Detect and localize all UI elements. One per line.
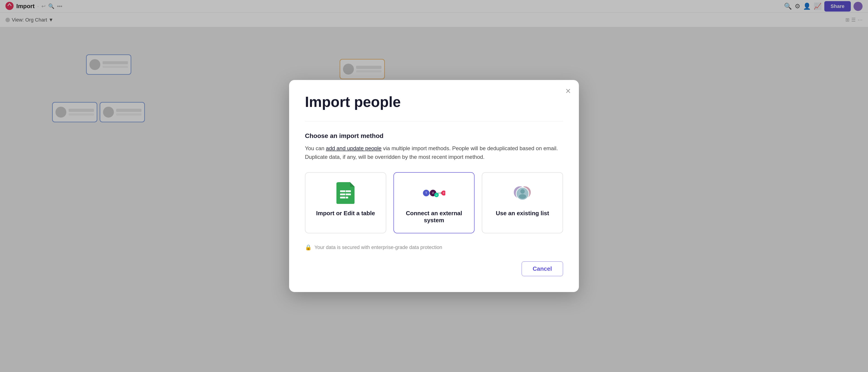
svg-text:#: # [432,191,434,195]
security-note: 🔒 Your data is secured with enterprise-g… [305,244,563,251]
lock-icon: 🔒 [305,244,312,251]
svg-text:T: T [425,191,427,195]
import-table-label: Import or Edit a table [316,210,375,217]
modal-footer: Cancel [305,261,563,276]
svg-point-22 [520,189,525,194]
connect-external-card[interactable]: T # w F Connect [394,172,475,233]
import-cards-container: Import or Edit a table T # w [305,172,563,233]
add-update-link[interactable]: add and update people [326,145,382,151]
import-table-card[interactable]: Import or Edit a table [305,172,386,233]
svg-text:F: F [443,192,445,194]
existing-list-card[interactable]: Use an existing list [482,172,563,233]
modal-title: Import people [305,93,563,110]
external-system-icon: T # w F [423,182,445,204]
modal-description: You can add and update people via multip… [305,144,563,162]
modal-divider [305,121,563,121]
connect-external-label: Connect an external system [401,210,467,224]
security-text: Your data is secured with enterprise-gra… [314,245,442,250]
existing-list-icon [511,182,534,204]
google-sheets-icon [334,182,357,204]
svg-text:w: w [436,194,437,196]
svg-point-23 [519,194,526,199]
svg-rect-3 [340,197,348,198]
import-modal: × Import people Choose an import method … [289,80,579,292]
section-title: Choose an import method [305,132,563,140]
modal-overlay: × Import people Choose an import method … [0,0,868,372]
cancel-button[interactable]: Cancel [522,261,563,276]
existing-list-label: Use an existing list [496,210,549,217]
close-button[interactable]: × [565,86,571,95]
